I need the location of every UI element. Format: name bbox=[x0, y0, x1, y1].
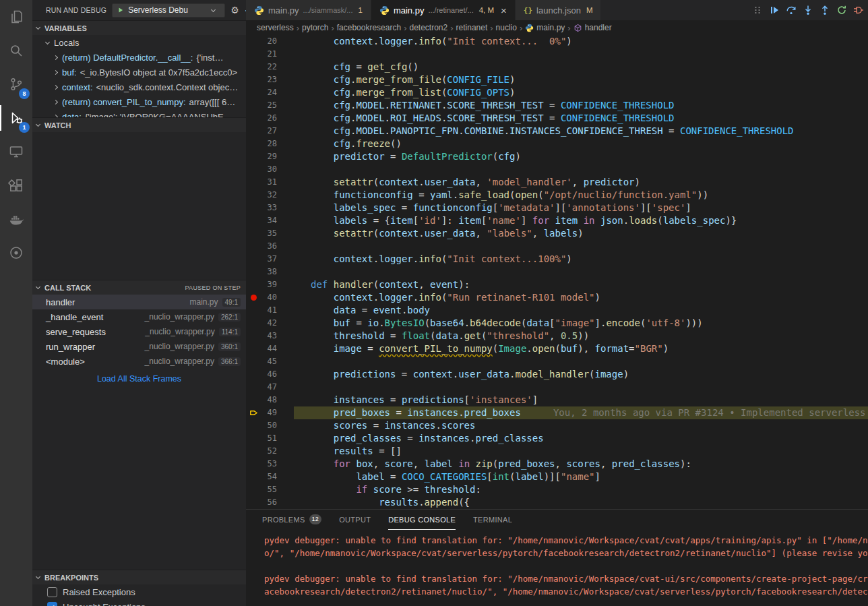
glyph-margin[interactable] bbox=[246, 304, 261, 317]
variable-item[interactable]: context:<nuclio_sdk.context.Context obje… bbox=[32, 80, 246, 94]
debug-start-icon[interactable] bbox=[117, 7, 124, 13]
gutter[interactable]: 53 bbox=[246, 458, 294, 471]
glyph-margin[interactable] bbox=[246, 330, 261, 342]
activity-item-search[interactable] bbox=[0, 34, 32, 67]
glyph-margin[interactable] bbox=[246, 99, 261, 112]
activity-item-docker[interactable] bbox=[0, 202, 32, 236]
variables-section-header[interactable]: VARIABLES bbox=[32, 20, 246, 35]
stack-frame[interactable]: <module>_nuclio_wrapper.py366:1 bbox=[32, 354, 246, 369]
breakpoints-section-header[interactable]: BREAKPOINTS bbox=[32, 570, 246, 584]
breakpoint-checkbox[interactable] bbox=[47, 602, 57, 606]
current-line-arrow-icon[interactable] bbox=[246, 406, 261, 419]
gutter[interactable]: 21 bbox=[246, 48, 294, 61]
glyph-margin[interactable] bbox=[246, 86, 261, 99]
glyph-margin[interactable] bbox=[246, 61, 261, 73]
variables-scope-locals[interactable]: Locals bbox=[32, 35, 246, 50]
gutter[interactable]: 48 bbox=[246, 394, 294, 406]
gutter[interactable]: 44 bbox=[246, 342, 294, 355]
gutter[interactable]: 46 bbox=[246, 368, 294, 381]
breadcrumb-item[interactable]: facebookresearch bbox=[337, 23, 401, 32]
disconnect-button[interactable] bbox=[850, 2, 867, 19]
glyph-margin[interactable] bbox=[246, 355, 261, 368]
stack-frame[interactable]: run_wrapper_nuclio_wrapper.py360:1 bbox=[32, 339, 246, 354]
panel-tab-problems[interactable]: PROBLEMS12 bbox=[262, 510, 321, 530]
gutter[interactable]: 37 bbox=[246, 253, 294, 266]
close-icon[interactable]: × bbox=[501, 5, 507, 16]
panel-tab-debug-console[interactable]: DEBUG CONSOLE bbox=[388, 510, 456, 530]
gutter[interactable]: 45 bbox=[246, 355, 294, 368]
breadcrumb-item[interactable]: main.py bbox=[525, 23, 565, 32]
variable-item[interactable]: buf:<_io.BytesIO object at 0x7f5a2dc1ecc… bbox=[32, 65, 246, 80]
gear-icon[interactable]: ⚙ bbox=[230, 5, 239, 15]
glyph-margin[interactable] bbox=[246, 381, 261, 394]
gutter[interactable]: 34 bbox=[246, 214, 294, 227]
breakpoint-checkbox[interactable] bbox=[47, 587, 57, 597]
glyph-margin[interactable] bbox=[246, 266, 261, 278]
gutter[interactable]: 31 bbox=[246, 176, 294, 189]
glyph-margin[interactable] bbox=[246, 189, 261, 202]
activity-item-source-control[interactable]: 8 bbox=[0, 67, 32, 101]
glyph-margin[interactable] bbox=[246, 445, 261, 458]
editor-tab-1[interactable]: main.py.../siammask/...1 bbox=[246, 0, 371, 20]
step-over-button[interactable] bbox=[782, 2, 799, 19]
gutter[interactable]: 35 bbox=[246, 227, 294, 240]
gutter[interactable]: 54 bbox=[246, 471, 294, 483]
breadcrumb-item[interactable]: nuclio bbox=[496, 23, 517, 32]
step-into-button[interactable] bbox=[799, 2, 816, 19]
editor-tab-3[interactable]: {}launch.jsonM bbox=[516, 0, 602, 20]
breadcrumb-item[interactable]: detectron2 bbox=[409, 23, 447, 32]
gutter[interactable]: 42 bbox=[246, 317, 294, 330]
glyph-margin[interactable] bbox=[246, 368, 261, 381]
activity-item-explorer[interactable] bbox=[0, 0, 32, 34]
glyph-margin[interactable] bbox=[246, 214, 261, 227]
glyph-margin[interactable] bbox=[246, 253, 261, 266]
glyph-margin[interactable] bbox=[246, 483, 261, 496]
stack-frame[interactable]: handlermain.py49:1 bbox=[32, 295, 246, 309]
gutter[interactable]: 25 bbox=[246, 99, 294, 112]
gutter[interactable]: 29 bbox=[246, 150, 294, 163]
glyph-margin[interactable] bbox=[246, 240, 261, 253]
glyph-margin[interactable] bbox=[246, 125, 261, 138]
glyph-margin[interactable] bbox=[246, 471, 261, 483]
gutter[interactable]: 50 bbox=[246, 419, 294, 432]
gutter[interactable]: 43 bbox=[246, 330, 294, 342]
continue-button[interactable] bbox=[766, 2, 782, 19]
variable-item[interactable]: (return) DefaultPredictor.__call__:{'ins… bbox=[32, 50, 246, 65]
call-stack-section-header[interactable]: CALL STACK PAUSED ON STEP bbox=[32, 280, 246, 295]
panel-tab-terminal[interactable]: TERMINAL bbox=[473, 510, 512, 530]
glyph-margin[interactable] bbox=[246, 48, 261, 61]
glyph-margin[interactable] bbox=[246, 342, 261, 355]
variable-item[interactable]: data:{'image': 'iVBOR0KG=AAAANSUhE… bbox=[32, 109, 246, 117]
breadcrumb-item[interactable]: pytorch bbox=[302, 23, 328, 32]
gutter[interactable]: 20 bbox=[246, 35, 294, 48]
debug-config-dropdown[interactable]: Serverless Debu bbox=[112, 3, 225, 18]
load-all-stack-frames-link[interactable]: Load All Stack Frames bbox=[32, 374, 246, 384]
step-out-button[interactable] bbox=[816, 2, 833, 19]
glyph-margin[interactable] bbox=[246, 163, 261, 176]
gutter[interactable]: 38 bbox=[246, 266, 294, 278]
panel-tab-output[interactable]: OUTPUT bbox=[339, 510, 371, 530]
breadcrumb-item[interactable]: handler bbox=[574, 23, 612, 32]
glyph-margin[interactable] bbox=[246, 176, 261, 189]
gutter[interactable]: 56 bbox=[246, 496, 294, 509]
gutter[interactable]: 36 bbox=[246, 240, 294, 253]
debug-console-output[interactable]: pydev debugger: unable to find translati… bbox=[246, 530, 868, 606]
variable-item[interactable]: (return) convert_PIL_to_numpy:array([[[ … bbox=[32, 94, 246, 109]
glyph-margin[interactable] bbox=[246, 432, 261, 445]
activity-item-run-and-debug[interactable]: 1 bbox=[0, 101, 32, 135]
glyph-margin[interactable] bbox=[246, 138, 261, 150]
glyph-margin[interactable] bbox=[246, 419, 261, 432]
gutter[interactable]: 27 bbox=[246, 125, 294, 138]
stack-frame[interactable]: _handle_event_nuclio_wrapper.py262:1 bbox=[32, 309, 246, 324]
more-actions-icon[interactable]: ⋯ bbox=[245, 5, 246, 15]
gutter[interactable]: 24 bbox=[246, 86, 294, 99]
breakpoint-item[interactable]: Uncaught Exceptions bbox=[32, 599, 246, 606]
glyph-margin[interactable] bbox=[246, 394, 261, 406]
gutter[interactable]: 30 bbox=[246, 163, 294, 176]
gutter[interactable]: 55 bbox=[246, 483, 294, 496]
gutter[interactable]: 52 bbox=[246, 445, 294, 458]
editor-tab-2[interactable]: main.py.../retinanet/...4, M× bbox=[371, 0, 516, 20]
gutter[interactable]: 33 bbox=[246, 202, 294, 214]
watch-section-header[interactable]: WATCH bbox=[32, 117, 246, 132]
code-editor[interactable]: 20 context.logger.info("Init context... … bbox=[246, 35, 868, 509]
